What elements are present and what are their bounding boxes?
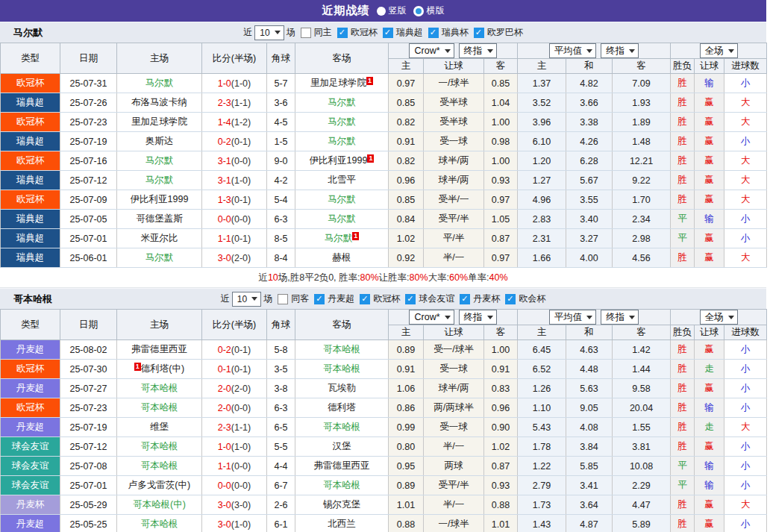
header-select-1-1-caret-icon xyxy=(629,49,635,53)
away-team-name[interactable]: 弗雷德里西亚 xyxy=(314,460,370,471)
home-team-name[interactable]: 马尔默 xyxy=(145,175,174,185)
header-select-2-0[interactable]: 全场 xyxy=(700,310,738,325)
home-team-name[interactable]: 马尔默 xyxy=(145,78,174,88)
table-header-row-1: 类型日期主场比分(半场)角球客场Crow*终指平均值终指全场 xyxy=(1,310,767,325)
header-select-2-0[interactable]: 全场 xyxy=(700,43,738,58)
away-team-name[interactable]: 赫根 xyxy=(333,252,351,263)
full-time-score: 1-0 xyxy=(218,78,231,89)
home-team-name[interactable]: 哥德堡盖斯 xyxy=(136,213,183,224)
score-cell: 3-1(0-0) xyxy=(202,151,267,171)
league-filter-checkbox[interactable] xyxy=(314,294,325,304)
home-team-name[interactable]: 里加足球学院 xyxy=(131,116,187,127)
away-team-name[interactable]: 德利塔 xyxy=(328,402,356,413)
league-filter-checkbox[interactable] xyxy=(383,28,393,38)
away-team-name[interactable]: 马尔默 xyxy=(328,136,356,146)
result-goals: 小 xyxy=(724,229,767,248)
sub-column-header: 进球数 xyxy=(724,59,767,74)
avg-home: 6.52 xyxy=(518,360,566,379)
half-time-score: (2-0) xyxy=(231,384,251,394)
away-team-name[interactable]: 马尔默 xyxy=(328,194,356,204)
match-count-select[interactable]: 10 xyxy=(232,292,261,307)
away-team-name[interactable]: 哥本哈根 xyxy=(323,363,360,374)
away-team-name[interactable]: 汉堡 xyxy=(333,441,351,451)
away-team-name[interactable]: 哥本哈根 xyxy=(323,422,360,432)
header-select-0-1[interactable]: 终指 xyxy=(459,310,497,325)
league-filter-checkbox[interactable] xyxy=(360,294,370,304)
same-venue-checkbox[interactable] xyxy=(278,294,288,304)
league-filter-checkbox[interactable] xyxy=(428,28,439,38)
header-select-1-1[interactable]: 终指 xyxy=(601,310,639,325)
away-team-cell: 哥本哈根 xyxy=(295,418,389,437)
away-team-name[interactable]: 锡尔克堡 xyxy=(323,499,360,510)
home-team-name[interactable]: 奥斯达 xyxy=(145,136,174,146)
header-select-0-1[interactable]: 终指 xyxy=(459,43,497,58)
home-team-name[interactable]: 哥本哈根 xyxy=(141,460,178,471)
away-team-name[interactable]: 哥本哈根 xyxy=(323,344,360,354)
match-row: 欧冠杯25-07-23里加足球学院1-4(1-2)4-5马尔默0.82受半球1.… xyxy=(1,113,767,132)
home-team-name[interactable]: 德利塔(中) xyxy=(141,363,184,374)
home-team-name[interactable]: 米亚尔比 xyxy=(141,233,178,243)
same-venue-checkbox[interactable] xyxy=(301,28,311,38)
away-team-name[interactable]: 马尔默 xyxy=(328,116,356,127)
header-select-0-0[interactable]: Crow* xyxy=(409,310,454,325)
header-select-1-1[interactable]: 终指 xyxy=(601,43,639,58)
header-select-group: 平均值终指 xyxy=(518,43,671,59)
result-goals: 大 xyxy=(724,495,767,515)
home-team-name[interactable]: 哥本哈根 xyxy=(141,519,178,529)
result-handicap: 走 xyxy=(695,360,724,379)
odds-handicap: 受平/半 xyxy=(424,476,484,495)
avg-draw: 3.40 xyxy=(566,210,613,229)
full-time-score: 3-0 xyxy=(218,253,231,263)
home-team-name[interactable]: 维堡 xyxy=(150,422,169,432)
away-team-name[interactable]: 北雪平 xyxy=(328,175,356,185)
column-header: 客场 xyxy=(295,43,389,74)
score-cell: 2-0(2-0) xyxy=(202,379,267,398)
home-team-name[interactable]: 布洛马波卡纳 xyxy=(131,97,187,107)
away-team-name[interactable]: 北西兰 xyxy=(328,519,356,529)
league-filter-checkbox[interactable] xyxy=(505,294,516,304)
home-team-name[interactable]: 伊比利亚1999 xyxy=(131,194,189,204)
away-team-name[interactable]: 瓦埃勒 xyxy=(328,383,356,393)
layout-horizontal-option[interactable]: 横版 xyxy=(413,4,445,17)
league-filter-checkbox[interactable] xyxy=(405,294,416,304)
home-team-name[interactable]: 马尔默 xyxy=(145,252,174,263)
away-team-cell: 马尔默 xyxy=(295,190,389,210)
layout-vertical-option[interactable]: 竖版 xyxy=(377,4,407,17)
home-team-name[interactable]: 马尔默 xyxy=(145,155,174,166)
league-filter-label: 丹麦超 xyxy=(328,292,354,305)
away-team-name[interactable]: 里加足球学院 xyxy=(310,78,366,88)
header-select-1-0-value: 平均值 xyxy=(554,311,583,324)
match-date: 25-07-12 xyxy=(60,437,117,457)
avg-away: 2.34 xyxy=(613,210,671,229)
match-count-select[interactable]: 10 xyxy=(254,25,284,40)
header-select-1-0[interactable]: 平均值 xyxy=(549,43,597,58)
column-header: 类型 xyxy=(1,310,60,340)
header-select-0-0[interactable]: Crow* xyxy=(409,43,454,58)
games-label: 场 xyxy=(287,26,295,39)
record-summary: 近10场,胜8平2负0, 胜率:80% 让胜率:80% 大率:60% 单率:40… xyxy=(0,268,766,288)
avg-draw: 4.26 xyxy=(566,132,613,151)
home-team-name[interactable]: 哥本哈根 xyxy=(141,441,178,451)
away-team-name[interactable]: 哥本哈根 xyxy=(323,480,360,490)
home-team-name[interactable]: 哥本哈根(中) xyxy=(133,499,186,510)
score-cell: 2-0(0-0) xyxy=(202,398,267,418)
league-filter-checkbox[interactable] xyxy=(474,28,484,38)
away-team-name[interactable]: 马尔默 xyxy=(328,213,356,224)
home-team-name[interactable]: 卢多戈雷茨(中) xyxy=(128,480,190,490)
header-select-1-0[interactable]: 平均值 xyxy=(549,310,597,325)
league-filter-checkbox[interactable] xyxy=(460,294,470,304)
match-date: 25-07-19 xyxy=(60,132,117,151)
home-team-name[interactable]: 弗雷德里西亚 xyxy=(131,344,187,354)
avg-home: 1.43 xyxy=(518,515,566,532)
avg-away: 1.42 xyxy=(613,340,671,360)
home-team-name[interactable]: 哥本哈根 xyxy=(141,383,178,393)
away-team-name[interactable]: 马尔默 xyxy=(325,233,353,243)
away-team-name[interactable]: 伊比利亚1999 xyxy=(310,155,368,166)
half-time-score: (0-0) xyxy=(231,156,251,166)
avg-draw: 4.08 xyxy=(566,418,613,437)
away-team-name[interactable]: 马尔默 xyxy=(328,97,356,107)
league-filter-checkbox[interactable] xyxy=(337,28,348,38)
odds-home: 0.85 xyxy=(389,190,424,210)
avg-draw: 9.05 xyxy=(566,398,613,418)
home-team-name[interactable]: 哥本哈根 xyxy=(141,402,178,413)
